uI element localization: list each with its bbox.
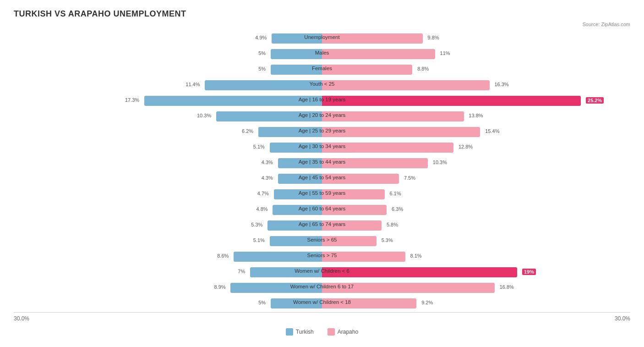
bar-right-value: 5.3%: [382, 237, 393, 243]
bar-left-value: 10.3%: [197, 113, 211, 118]
bar-left-value: 5%: [258, 300, 266, 305]
bar-center-label: Women w/ Children < 18: [293, 299, 351, 305]
bar-center-label: Age | 30 to 34 years: [299, 143, 346, 149]
bar-right-value: 6.1%: [390, 191, 401, 196]
bar-left-value: 8.6%: [217, 253, 229, 259]
bar-right: [322, 96, 581, 106]
table-row: Women w/ Children < 6 7% 19%: [14, 264, 630, 280]
bar-center-label: Age | 16 to 19 years: [299, 97, 346, 102]
bar-center-label: Women w/ Children 6 to 17: [290, 284, 354, 289]
bar-left-value: 5.1%: [253, 144, 265, 149]
legend: Turkish Arapaho: [14, 328, 630, 336]
bar-right: [322, 267, 517, 277]
bar-right-value: 7.5%: [404, 175, 415, 181]
bar-center-label: Age | 20 to 24 years: [299, 112, 346, 118]
bar-center-label: Seniors > 65: [307, 237, 337, 242]
bar-center-label: Age | 55 to 59 years: [299, 190, 346, 196]
legend-arapaho: Arapaho: [327, 328, 358, 336]
bar-center-label: Youth < 25: [310, 81, 335, 87]
bar-right-value: 10.3%: [433, 160, 447, 165]
table-row: Age | 55 to 59 years 4.7% 6.1%: [14, 187, 630, 202]
chart-container: TURKISH VS ARAPAHO UNEMPLOYMENT Source: …: [0, 0, 644, 347]
bar-left-value: 5%: [258, 66, 266, 72]
bar-left: [205, 80, 322, 90]
table-row: Seniors > 65 5.1% 5.3%: [14, 233, 630, 249]
table-row: Age | 45 to 54 years 4.3% 7.5%: [14, 171, 630, 187]
bar-center-label: Seniors > 75: [307, 253, 337, 258]
table-row: Unemployment 4.9% 9.8%: [14, 31, 630, 46]
bar-center-label: Age | 25 to 29 years: [299, 128, 346, 133]
table-row: Age | 60 to 64 years 4.8% 6.3%: [14, 202, 630, 218]
bar-center-label: Females: [312, 66, 332, 71]
axis-right-label: 30.0%: [615, 315, 630, 322]
legend-turkish-label: Turkish: [296, 329, 314, 335]
bar-right: [322, 127, 480, 137]
bar-left-value: 4.7%: [257, 191, 269, 196]
bar-right: [322, 65, 412, 75]
table-row: Age | 35 to 44 years 4.3% 10.3%: [14, 155, 630, 171]
bar-right-value: 5.8%: [387, 222, 398, 227]
bar-left-value: 5.3%: [251, 222, 262, 227]
bar-left: [144, 96, 322, 106]
bar-right-value: 13.8%: [469, 113, 483, 118]
bar-right-value: 25.2%: [586, 97, 604, 104]
table-row: Seniors > 75 8.6% 8.1%: [14, 249, 630, 264]
bar-right-value: 12.8%: [458, 144, 473, 149]
axis-left-label: 30.0%: [14, 315, 29, 322]
bar-right-value: 16.3%: [494, 82, 508, 87]
bar-center-label: Age | 45 to 54 years: [299, 175, 346, 180]
table-row: Age | 30 to 34 years 5.1% 12.8%: [14, 140, 630, 155]
bar-right-value: 11%: [440, 50, 450, 56]
chart-area: Unemployment 4.9% 9.8% Males 5% 11% Fema…: [14, 31, 630, 311]
bar-left-value: 6.2%: [242, 128, 253, 134]
bar-right-value: 6.3%: [392, 206, 403, 212]
bar-left-value: 4.9%: [255, 35, 267, 40]
legend-turkish-color: [286, 328, 293, 336]
bar-center-label: Age | 35 to 44 years: [299, 159, 346, 165]
table-row: Age | 25 to 29 years 6.2% 15.4%: [14, 124, 630, 140]
table-row: Age | 16 to 19 years 17.3% 25.2%: [14, 93, 630, 109]
bar-center-label: Age | 65 to 74 years: [299, 221, 346, 227]
bar-left-value: 4.3%: [262, 175, 273, 181]
bar-right-value: 9.2%: [421, 300, 433, 305]
bar-center-label: Age | 60 to 64 years: [299, 206, 346, 211]
bar-center-label: Males: [315, 50, 329, 55]
table-row: Women w/ Children < 18 5% 9.2%: [14, 296, 630, 311]
table-row: Age | 65 to 74 years 5.3% 5.8%: [14, 218, 630, 233]
bar-left-value: 7%: [238, 269, 245, 274]
bar-left-value: 17.3%: [125, 97, 139, 103]
bar-right-value: 8.8%: [417, 66, 429, 72]
bar-center-label: Unemployment: [304, 34, 339, 40]
bar-right-value: 15.4%: [485, 128, 499, 134]
legend-arapaho-color: [327, 328, 335, 336]
bar-right-value: 8.1%: [410, 253, 421, 259]
legend-arapaho-label: Arapaho: [338, 329, 358, 335]
table-row: Females 5% 8.8%: [14, 62, 630, 77]
bar-right: [322, 80, 490, 90]
bar-left-value: 5%: [258, 50, 266, 56]
bar-right-value: 19%: [522, 269, 536, 275]
legend-turkish: Turkish: [286, 328, 314, 336]
bar-right-value: 16.8%: [500, 284, 514, 290]
table-row: Youth < 25 11.4% 16.3%: [14, 77, 630, 93]
bar-left: [271, 49, 322, 59]
source-line: Source: ZipAtlas.com: [14, 22, 630, 27]
bar-right-value: 9.8%: [428, 35, 439, 40]
table-row: Women w/ Children 6 to 17 8.9% 16.8%: [14, 280, 630, 296]
bar-center-label: Women w/ Children < 6: [295, 268, 349, 274]
chart-title: TURKISH VS ARAPAHO UNEMPLOYMENT: [14, 9, 630, 19]
bar-left-value: 5.1%: [253, 237, 265, 243]
table-row: Age | 20 to 24 years 10.3% 13.8%: [14, 109, 630, 124]
bar-left-value: 11.4%: [186, 82, 200, 87]
bar-left-value: 8.9%: [214, 284, 226, 290]
bar-left-value: 4.8%: [256, 206, 267, 212]
table-row: Males 5% 11%: [14, 46, 630, 62]
axis-row: 30.0% 30.0%: [14, 312, 630, 325]
bar-left-value: 4.3%: [262, 160, 273, 165]
bar-right: [322, 49, 435, 59]
